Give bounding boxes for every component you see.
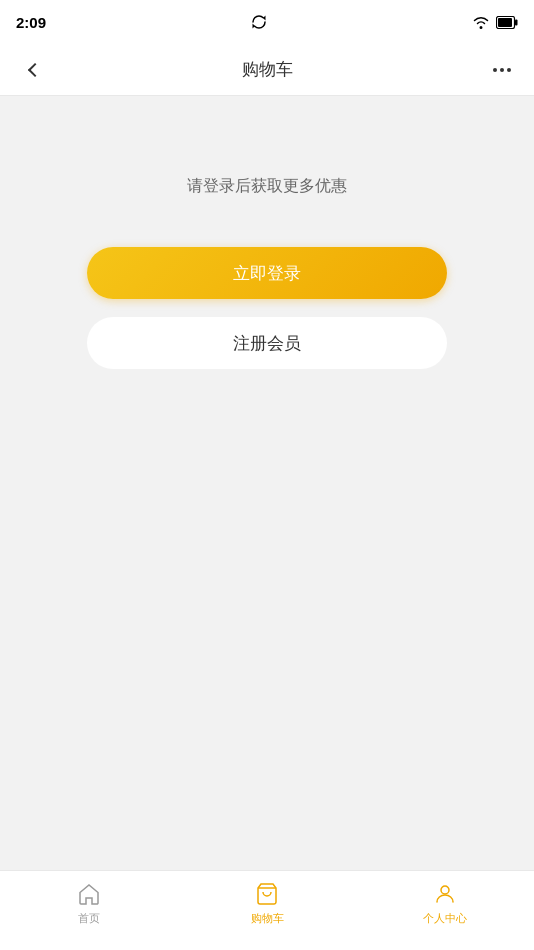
- refresh-icon: [251, 14, 267, 30]
- more-dot-1: [493, 68, 497, 72]
- phone-screen: 2:09: [0, 0, 534, 950]
- nav-header: 购物车: [0, 44, 534, 96]
- register-button[interactable]: 注册会员: [87, 317, 447, 369]
- cart-tab-icon: [254, 881, 280, 907]
- tab-cart[interactable]: 购物车: [178, 881, 356, 926]
- status-center-icons: [251, 14, 267, 30]
- login-prompt-text: 请登录后获取更多优惠: [187, 176, 347, 197]
- tab-bar: 首页 购物车 个人中心: [0, 870, 534, 950]
- cart-icon: [255, 882, 279, 906]
- svg-rect-4: [515, 19, 518, 25]
- profile-tab-icon: [432, 881, 458, 907]
- cart-tab-label: 购物车: [251, 911, 284, 926]
- tab-home[interactable]: 首页: [0, 881, 178, 926]
- profile-tab-label: 个人中心: [423, 911, 467, 926]
- battery-icon: [496, 16, 518, 29]
- more-button[interactable]: [486, 54, 518, 86]
- person-icon: [433, 882, 457, 906]
- home-tab-icon: [76, 881, 102, 907]
- svg-point-6: [441, 886, 449, 894]
- back-icon: [28, 62, 42, 76]
- tab-profile[interactable]: 个人中心: [356, 881, 534, 926]
- main-content: 请登录后获取更多优惠 立即登录 注册会员: [0, 96, 534, 870]
- wifi-icon: [472, 15, 490, 29]
- svg-marker-1: [253, 24, 256, 29]
- back-button[interactable]: [16, 54, 48, 86]
- login-button[interactable]: 立即登录: [87, 247, 447, 299]
- more-dot-3: [507, 68, 511, 72]
- svg-marker-0: [263, 16, 266, 21]
- home-tab-label: 首页: [78, 911, 100, 926]
- svg-rect-3: [498, 18, 512, 27]
- status-right-icons: [472, 15, 518, 29]
- status-time: 2:09: [16, 14, 46, 31]
- home-icon: [77, 882, 101, 906]
- status-bar: 2:09: [0, 0, 534, 44]
- page-title: 购物车: [242, 58, 293, 81]
- more-dot-2: [500, 68, 504, 72]
